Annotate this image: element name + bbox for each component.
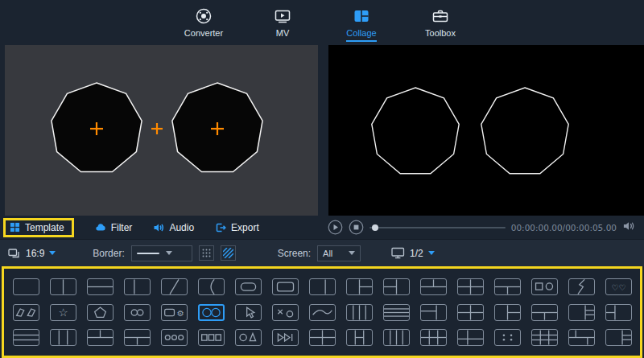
- template-thumb-h-stripes-4[interactable]: [383, 304, 410, 321]
- template-thumb-grid-2x2-offset[interactable]: [420, 304, 447, 321]
- screen-select-caret-icon: [349, 251, 355, 255]
- template-thumb-diagonal-split[interactable]: [161, 278, 188, 295]
- editor-tabs: Template Filter Audio: [0, 218, 324, 237]
- template-thumb-grid-2x2-uneven[interactable]: [457, 329, 484, 346]
- border-hatch-button[interactable]: [221, 245, 236, 261]
- template-thumb-zigzag-split[interactable]: [568, 278, 595, 295]
- tab-mv[interactable]: MV: [260, 6, 305, 40]
- template-thumb-grid-2x2[interactable]: [457, 304, 484, 321]
- tab-toolbox[interactable]: Toolbox: [418, 6, 463, 40]
- template-thumb-h-top-vsplit[interactable]: [420, 278, 447, 295]
- template-thumb-pentagon[interactable]: [87, 304, 114, 321]
- svg-text:☆: ☆: [58, 306, 68, 319]
- template-thumb-two-hearts[interactable]: ♡♡: [605, 278, 632, 295]
- tab-converter-label: Converter: [184, 28, 223, 40]
- template-thumb-right-col-split[interactable]: [568, 304, 595, 321]
- template-thumb-v-left-hsplit[interactable]: [383, 278, 410, 295]
- template-thumb-fast-forward[interactable]: [272, 329, 299, 346]
- monitor-icon: [391, 247, 405, 259]
- border-line-sample: [137, 253, 159, 254]
- tab-filter[interactable]: Filter: [95, 222, 133, 233]
- template-thumb-grid-3x3[interactable]: [531, 329, 558, 346]
- template-thumb-grid-2x2[interactable]: [309, 329, 336, 346]
- template-thumb-v-stripes-4[interactable]: [346, 304, 373, 321]
- preview-canvas: [328, 45, 644, 216]
- tab-converter[interactable]: Converter: [181, 6, 226, 40]
- svg-text:⚙: ⚙: [176, 309, 184, 318]
- screen-select[interactable]: All: [317, 245, 361, 261]
- template-grid-icon: [10, 222, 20, 232]
- template-thumb-square-circle[interactable]: [531, 278, 558, 295]
- template-thumb-two-flags[interactable]: [13, 304, 39, 321]
- tab-collage-label: Collage: [346, 28, 376, 42]
- template-thumb-grid-3x2[interactable]: [420, 329, 447, 346]
- edit-canvas[interactable]: [5, 45, 318, 216]
- template-thumb-mixed-split[interactable]: [568, 329, 595, 346]
- template-thumb-two-circles[interactable]: [198, 304, 225, 321]
- template-thumb-circle-triangle[interactable]: [235, 329, 262, 346]
- app-window: Converter MV Collage: [0, 0, 644, 358]
- aspect-ratio-icon: [8, 248, 21, 259]
- aspect-ratio-control[interactable]: 16:9: [8, 248, 56, 259]
- template-thumb-h-top-vsplit[interactable]: [87, 329, 114, 346]
- aspect-ratio-caret-icon: [49, 251, 56, 255]
- template-thumb-grid-2x2[interactable]: [457, 278, 484, 295]
- svg-text:♡♡: ♡♡: [611, 283, 625, 292]
- template-thumb-wave-swoosh[interactable]: [309, 304, 336, 321]
- template-thumb-x-and-circle[interactable]: [272, 304, 299, 321]
- volume-icon[interactable]: [622, 220, 636, 235]
- template-thumb-curve-split[interactable]: [198, 278, 225, 295]
- template-thumb-v-right-hsplit[interactable]: [346, 278, 373, 295]
- seek-track: [369, 227, 506, 228]
- page-indicator: 1/2: [410, 248, 423, 259]
- template-thumb-blank[interactable]: [13, 278, 39, 295]
- template-thumb-h-bottom-vsplit[interactable]: [124, 329, 151, 346]
- seek-slider[interactable]: [369, 223, 506, 232]
- template-page-control[interactable]: 1/2: [391, 247, 435, 259]
- template-thumb-three-circles[interactable]: [161, 329, 188, 346]
- template-thumb-right-col-split[interactable]: [605, 329, 632, 346]
- tab-toolbox-label: Toolbox: [425, 28, 456, 40]
- play-button[interactable]: [328, 220, 343, 235]
- tab-audio[interactable]: Audio: [153, 222, 194, 233]
- border-dot-grid-button[interactable]: [199, 245, 214, 261]
- preview-nonagon-2: [481, 88, 568, 174]
- template-thumb-left-col-hsplit[interactable]: [605, 304, 632, 321]
- template-thumb-three-squares[interactable]: [198, 329, 225, 346]
- seek-slider-handle[interactable]: [372, 224, 378, 231]
- template-thumb-v-split-thin[interactable]: [309, 278, 336, 295]
- collage-controls: 16:9 Border: Scre: [0, 239, 644, 266]
- template-thumb-v-split-offset[interactable]: [124, 278, 151, 295]
- border-style-select[interactable]: [131, 245, 192, 261]
- toolbox-icon: [431, 6, 450, 27]
- template-thumb-v-right-hsplit[interactable]: [494, 304, 521, 321]
- template-thumb-dot-grid[interactable]: [494, 329, 521, 346]
- template-thumb-star[interactable]: ☆: [50, 304, 76, 321]
- filter-cloud-icon: [95, 222, 106, 232]
- template-thumb-v-split-3[interactable]: [50, 329, 76, 346]
- tab-template[interactable]: Template: [10, 222, 64, 233]
- tab-collage[interactable]: Collage: [339, 6, 384, 42]
- template-grid: ♡♡☆⚙: [4, 269, 640, 356]
- template-thumb-h-bottom-vsplit[interactable]: [531, 304, 558, 321]
- template-thumb-v-stripes-4[interactable]: [383, 329, 410, 346]
- tab-export[interactable]: Export: [215, 222, 259, 233]
- template-thumb-two-small-circles[interactable]: [124, 304, 151, 321]
- playback-bar: 00:00:00.00/00:00:05.00: [324, 220, 644, 235]
- screen-select-value: All: [323, 249, 332, 258]
- tab-filter-label: Filter: [111, 222, 133, 233]
- template-thumb-h-stripes-3[interactable]: [13, 329, 39, 346]
- converter-icon: [194, 6, 213, 27]
- template-thumb-pill-inset[interactable]: [235, 278, 262, 295]
- annotation-template-tab: Template: [3, 218, 74, 237]
- aspect-ratio-value: 16:9: [26, 248, 44, 259]
- stop-button[interactable]: [349, 220, 364, 235]
- template-thumb-rounded-inset[interactable]: [272, 278, 299, 295]
- template-thumb-v3-center-split[interactable]: [346, 329, 373, 346]
- template-thumb-tag-gear[interactable]: ⚙: [161, 304, 188, 321]
- template-thumb-cursor-arrow[interactable]: [235, 304, 262, 321]
- template-thumb-h-split[interactable]: [87, 278, 114, 295]
- main-nav: Converter MV Collage: [0, 0, 644, 45]
- template-thumb-v-split[interactable]: [50, 278, 76, 295]
- template-thumb-h-bottom-vsplit[interactable]: [494, 278, 521, 295]
